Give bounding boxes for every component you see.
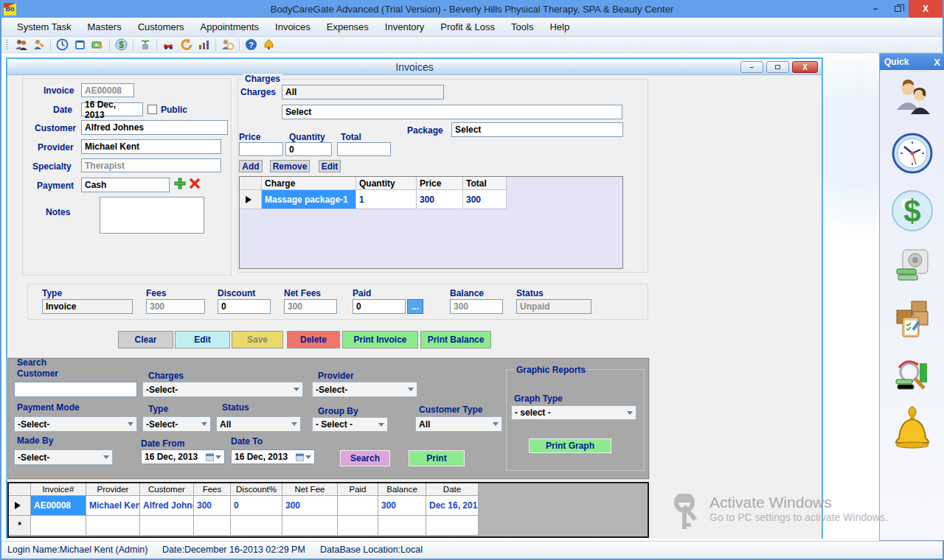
cell-net-fee[interactable]: 300: [282, 496, 338, 516]
minimize-button[interactable]: −: [864, 0, 886, 18]
charges-grid-row[interactable]: Massage package-1 1 300 300: [240, 190, 622, 209]
col-invoice-number[interactable]: Invoice#: [31, 483, 86, 496]
col-customer[interactable]: Customer: [140, 483, 194, 496]
masters-icon[interactable]: [32, 38, 45, 51]
appointments-icon[interactable]: [56, 38, 69, 51]
quick-close-icon[interactable]: X: [934, 57, 940, 68]
date-from-picker[interactable]: 16 Dec, 2013: [141, 449, 225, 464]
menu-tools[interactable]: Tools: [503, 18, 541, 37]
package-dropdown[interactable]: Select: [451, 122, 623, 137]
search-charges-dropdown[interactable]: -Select-: [142, 382, 303, 397]
print-graph-button[interactable]: Print Graph: [529, 438, 611, 453]
customer-type-dropdown[interactable]: All: [415, 416, 502, 432]
cell-date[interactable]: Dec 16, 2013: [426, 496, 479, 516]
col-provider[interactable]: Provider: [86, 483, 140, 496]
restore-button[interactable]: [886, 0, 909, 18]
delete-button[interactable]: Delete: [287, 331, 340, 349]
menu-expenses[interactable]: Expenses: [319, 18, 377, 37]
cell-provider[interactable]: Michael Kent: [86, 496, 140, 516]
menu-inventory[interactable]: Inventory: [377, 18, 432, 37]
cell-fees[interactable]: 300: [194, 496, 231, 516]
close-button[interactable]: X: [909, 0, 943, 18]
search-print-button[interactable]: Print: [409, 450, 465, 466]
graph-type-dropdown[interactable]: - select -: [511, 405, 636, 420]
menu-invoices[interactable]: Invoices: [267, 18, 319, 37]
delete-payment-icon[interactable]: [189, 178, 201, 192]
print-invoice-button[interactable]: Print Invoice: [342, 331, 418, 349]
reports-icon[interactable]: [198, 38, 210, 51]
payment-mode-dropdown[interactable]: -Select-: [14, 416, 137, 432]
save-button[interactable]: Save: [232, 331, 283, 349]
add-payment-icon[interactable]: [174, 178, 186, 192]
remove-charge-button[interactable]: Remove: [270, 160, 310, 172]
col-total[interactable]: Total: [463, 177, 507, 190]
cell-quantity[interactable]: 1: [356, 190, 417, 209]
attendance-icon[interactable]: [221, 38, 234, 51]
menu-system-task[interactable]: System Task: [9, 18, 79, 37]
col-net-fee[interactable]: Net Fee: [282, 483, 338, 496]
quick-panel-titlebar[interactable]: Quick X: [880, 54, 944, 70]
menu-help[interactable]: Help: [541, 18, 577, 37]
notes-field[interactable]: [100, 197, 204, 234]
print-balance-button[interactable]: Print Balance: [420, 331, 491, 349]
menu-appointments[interactable]: Appointments: [192, 18, 268, 37]
quick-profit-loss-icon[interactable]: [893, 353, 931, 394]
customers-icon[interactable]: [15, 38, 27, 51]
quick-reminders-icon[interactable]: [892, 406, 933, 455]
cell-charge[interactable]: Massage package-1: [262, 190, 356, 209]
discount-field[interactable]: 0: [218, 299, 271, 314]
charge-select-dropdown[interactable]: Select: [282, 105, 622, 119]
col-price[interactable]: Price: [417, 177, 463, 190]
date-dropdown[interactable]: 16 Dec, 2013: [81, 102, 143, 116]
group-by-dropdown[interactable]: - Select -: [312, 417, 388, 432]
public-checkbox[interactable]: [148, 105, 157, 114]
search-provider-dropdown[interactable]: -Select-: [312, 382, 417, 397]
cell-customer[interactable]: Alfred Johnes: [140, 496, 194, 516]
child-restore-button[interactable]: [766, 61, 789, 73]
edit-button[interactable]: Edit: [175, 331, 230, 349]
quick-expenses-icon[interactable]: [894, 247, 931, 287]
cell-invoice-number[interactable]: AE00008: [31, 496, 86, 516]
date-to-picker[interactable]: 16 Dec, 2013: [231, 449, 315, 464]
cell-total[interactable]: 300: [463, 190, 507, 209]
add-charge-button[interactable]: Add: [239, 160, 263, 172]
child-minimize-button[interactable]: −: [740, 61, 763, 73]
col-fees[interactable]: Fees: [194, 483, 231, 496]
search-type-dropdown[interactable]: -Select-: [142, 416, 211, 432]
quick-customers-icon[interactable]: [893, 79, 931, 120]
edit-charge-button[interactable]: Edit: [319, 160, 341, 172]
cell-balance[interactable]: 300: [378, 496, 426, 516]
search-customer-field[interactable]: [14, 382, 137, 397]
calendar-icon[interactable]: [74, 38, 86, 51]
menu-profit-loss[interactable]: Profit & Loss: [432, 18, 503, 37]
reminders-icon[interactable]: [263, 38, 275, 51]
help-icon[interactable]: ?: [245, 38, 257, 51]
invoices-icon[interactable]: [91, 38, 104, 51]
quick-invoices-icon[interactable]: $: [891, 189, 934, 235]
clear-button[interactable]: Clear: [118, 331, 173, 349]
charges-filter-dropdown[interactable]: All: [282, 85, 444, 99]
col-discount[interactable]: Discount%: [231, 483, 282, 496]
quantity-field[interactable]: 0: [285, 142, 332, 156]
col-quantity[interactable]: Quantity: [356, 177, 417, 190]
results-row[interactable]: AE00008 Michael Kent Alfred Johnes 300 0…: [9, 496, 648, 516]
col-balance[interactable]: Balance: [378, 483, 426, 496]
quick-appointments-icon[interactable]: [891, 132, 934, 178]
provider-dropdown[interactable]: Michael Kent: [81, 139, 221, 154]
inventory-icon[interactable]: [139, 38, 151, 51]
child-close-button[interactable]: X: [792, 61, 818, 73]
price-field[interactable]: [239, 142, 283, 156]
col-charge[interactable]: Charge: [262, 177, 356, 190]
search-status-dropdown[interactable]: All: [216, 416, 301, 432]
col-paid[interactable]: Paid: [338, 483, 378, 496]
made-by-dropdown[interactable]: -Select-: [14, 449, 113, 465]
col-date[interactable]: Date: [426, 483, 479, 496]
payment-dropdown[interactable]: Cash: [81, 178, 170, 192]
customer-field[interactable]: Alfred Johnes: [81, 120, 228, 135]
refresh-icon[interactable]: [180, 38, 192, 51]
results-new-row[interactable]: *: [9, 516, 648, 536]
menu-masters[interactable]: Masters: [79, 18, 129, 37]
cell-price[interactable]: 300: [417, 190, 463, 209]
paid-field[interactable]: 0: [353, 299, 406, 314]
expenses-icon[interactable]: $: [115, 38, 128, 51]
